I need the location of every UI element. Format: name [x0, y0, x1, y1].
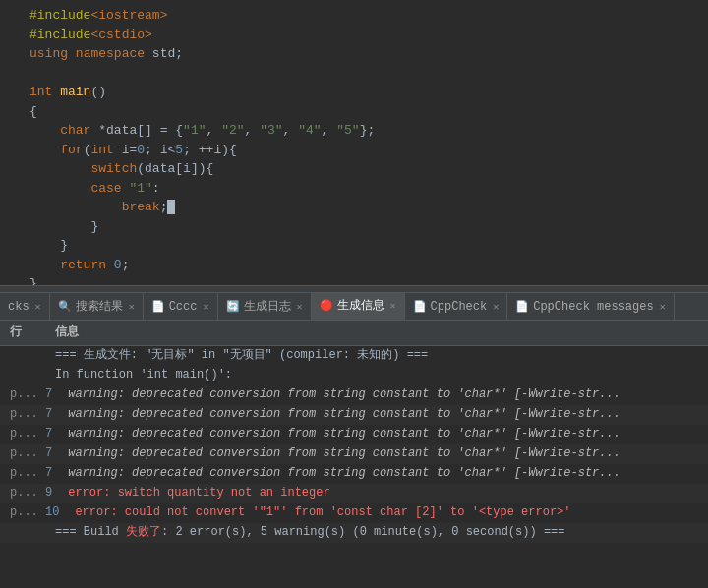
output-row-error-1[interactable]: p... 9 error: switch quantity not an int… [0, 484, 708, 503]
code-line: } [0, 274, 708, 285]
build-info-icon: 🔴 [320, 299, 333, 312]
code-line: int main() [0, 83, 708, 102]
code-line: return 0; [0, 256, 708, 275]
code-line: char *data[] = {"1", "2", "3", "4", "5"}… [0, 121, 708, 141]
tab-cccc-close[interactable]: ✕ [203, 301, 208, 313]
search-icon: 🔍 [58, 300, 72, 313]
tab-build-info-label: 生成信息 [337, 297, 384, 314]
code-line: using namespace std; [0, 44, 708, 64]
tab-build-log[interactable]: 🔄 生成日志 ✕ [218, 293, 312, 320]
output-column-headers: 行 信息 [0, 321, 708, 346]
tab-cppcheck[interactable]: 📄 CppCheck ✕ [405, 293, 508, 320]
build-log-icon: 🔄 [226, 300, 240, 313]
code-line: #include<iostream> [0, 6, 708, 26]
code-line: for(int i=0; i<5; ++i){ [0, 141, 708, 160]
tab-cppcheck-messages-close[interactable]: ✕ [660, 301, 666, 313]
tab-checks-close[interactable]: ✕ [35, 301, 41, 313]
output-row-build-result: === Build 失败了: 2 error(s), 5 warning(s) … [0, 523, 708, 543]
code-line: } [0, 236, 708, 256]
tab-cppcheck-messages[interactable]: 📄 CppCheck messages ✕ [507, 293, 674, 320]
code-line: break; [0, 198, 708, 217]
tab-search-close[interactable]: ✕ [129, 301, 135, 313]
tab-build-info-close[interactable]: ✕ [390, 300, 396, 312]
code-editor[interactable]: #include<iostream> #include<cstdio> usin… [0, 0, 708, 285]
output-row-warning-4[interactable]: p... 7 warning: deprecated conversion fr… [0, 444, 708, 464]
tab-build-log-close[interactable]: ✕ [297, 301, 303, 313]
code-line [0, 64, 708, 84]
tab-build-info[interactable]: 🔴 生成信息 ✕ [312, 293, 405, 320]
code-line: case "1": [0, 179, 708, 199]
doc-icon: 📄 [151, 300, 165, 313]
output-row-warning-5[interactable]: p... 7 warning: deprecated conversion fr… [0, 464, 708, 484]
tab-checks-label: cks [8, 300, 30, 314]
tab-search[interactable]: 🔍 搜索结果 ✕ [50, 293, 144, 320]
tab-build-log-label: 生成日志 [244, 298, 291, 315]
code-line: } [0, 217, 708, 237]
tab-cppcheck-label: CppCheck [431, 300, 488, 314]
tab-cppcheck-close[interactable]: ✕ [493, 301, 499, 313]
output-row-error-2[interactable]: p... 10 error: could not convert '"1"' f… [0, 503, 708, 523]
output-tab-bar: cks ✕ 🔍 搜索结果 ✕ 📄 Cccc ✕ 🔄 生成日志 ✕ 🔴 生成信息 … [0, 293, 708, 321]
output-row-function: In function 'int main()': [0, 366, 708, 385]
col-info-header: 信息 [49, 323, 708, 342]
output-row-warning-2[interactable]: p... 7 warning: deprecated conversion fr… [0, 405, 708, 425]
code-line: switch(data[i]){ [0, 159, 708, 179]
output-row-header: === 生成文件: "无目标" in "无项目" (compiler: 未知的)… [0, 346, 708, 366]
tab-cccc-label: Cccc [169, 300, 198, 314]
output-panel: 行 信息 === 生成文件: "无目标" in "无项目" (compiler:… [0, 321, 708, 543]
output-row-warning-1[interactable]: p... 7 warning: deprecated conversion fr… [0, 385, 708, 405]
tab-checks[interactable]: cks ✕ [0, 293, 50, 320]
cppcheck-icon: 📄 [413, 300, 427, 313]
tab-cppcheck-messages-label: CppCheck messages [533, 300, 653, 314]
col-row-header: 行 [0, 323, 49, 342]
code-line: { [0, 102, 708, 122]
cppcheck-msg-icon: 📄 [515, 300, 529, 313]
tab-cccc[interactable]: 📄 Cccc ✕ [144, 293, 218, 320]
code-line: #include<cstdio> [0, 26, 708, 45]
output-row-warning-3[interactable]: p... 7 warning: deprecated conversion fr… [0, 425, 708, 444]
panel-separator [0, 285, 708, 293]
tab-search-label: 搜索结果 [76, 298, 123, 315]
